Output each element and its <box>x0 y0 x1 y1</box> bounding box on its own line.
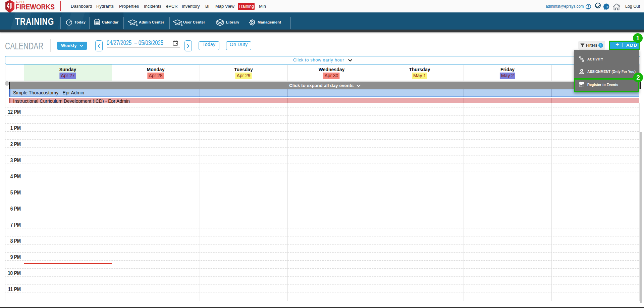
svg-text:2: 2 <box>606 5 608 9</box>
svg-text:FIREWORKS: FIREWORKS <box>15 3 55 11</box>
